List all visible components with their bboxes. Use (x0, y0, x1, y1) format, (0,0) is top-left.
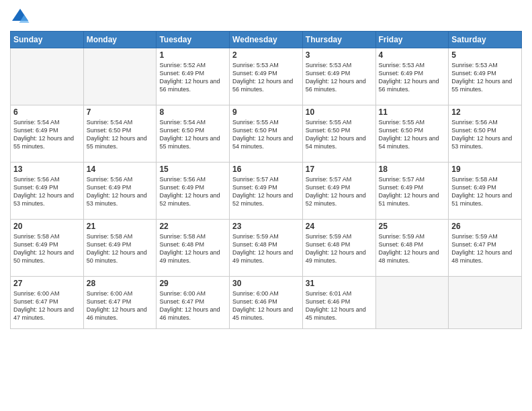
day-number: 25 (379, 222, 446, 231)
calendar-cell: 18Sunrise: 5:57 AMSunset: 6:49 PMDayligh… (375, 163, 449, 220)
day-number: 23 (232, 222, 300, 231)
cell-info: Sunrise: 5:54 AMSunset: 6:50 PMDaylight:… (87, 118, 154, 151)
cell-info: Sunrise: 6:00 AMSunset: 6:47 PMDaylight:… (159, 289, 226, 322)
weekday-header-thursday: Thursday (302, 32, 375, 48)
cell-info: Sunrise: 5:55 AMSunset: 6:50 PMDaylight:… (232, 118, 300, 151)
weekday-header-saturday: Saturday (449, 32, 522, 48)
cell-info: Sunrise: 5:59 AMSunset: 6:47 PMDaylight:… (451, 232, 519, 265)
day-number: 31 (306, 279, 373, 288)
calendar-cell: 23Sunrise: 5:59 AMSunset: 6:48 PMDayligh… (230, 220, 303, 277)
week-row-2: 6Sunrise: 5:54 AMSunset: 6:49 PMDaylight… (11, 105, 522, 163)
calendar-cell: 11Sunrise: 5:55 AMSunset: 6:50 PMDayligh… (375, 105, 449, 163)
day-number: 15 (159, 165, 226, 174)
cell-info: Sunrise: 5:54 AMSunset: 6:50 PMDaylight:… (159, 118, 226, 151)
calendar-cell (11, 48, 84, 105)
calendar-cell: 2Sunrise: 5:53 AMSunset: 6:49 PMDaylight… (230, 48, 303, 105)
calendar-cell: 16Sunrise: 5:57 AMSunset: 6:49 PMDayligh… (230, 163, 303, 220)
calendar-cell: 3Sunrise: 5:53 AMSunset: 6:49 PMDaylight… (302, 48, 375, 105)
cell-info: Sunrise: 6:00 AMSunset: 6:46 PMDaylight:… (232, 289, 300, 322)
cell-info: Sunrise: 5:58 AMSunset: 6:49 PMDaylight:… (87, 232, 154, 265)
cell-info: Sunrise: 5:58 AMSunset: 6:49 PMDaylight:… (13, 232, 81, 265)
weekday-header-monday: Monday (83, 32, 157, 48)
calendar-cell: 14Sunrise: 5:56 AMSunset: 6:49 PMDayligh… (83, 163, 157, 220)
calendar-cell: 19Sunrise: 5:58 AMSunset: 6:49 PMDayligh… (449, 163, 522, 220)
calendar-cell: 24Sunrise: 5:59 AMSunset: 6:48 PMDayligh… (302, 220, 375, 277)
cell-info: Sunrise: 5:59 AMSunset: 6:48 PMDaylight:… (232, 232, 300, 265)
cell-info: Sunrise: 6:01 AMSunset: 6:46 PMDaylight:… (306, 289, 373, 322)
calendar-cell: 29Sunrise: 6:00 AMSunset: 6:47 PMDayligh… (157, 277, 230, 329)
calendar-cell (449, 277, 522, 329)
weekday-header-friday: Friday (375, 32, 449, 48)
weekday-header-sunday: Sunday (11, 32, 84, 48)
calendar-cell: 30Sunrise: 6:00 AMSunset: 6:46 PMDayligh… (230, 277, 303, 329)
calendar-cell: 17Sunrise: 5:57 AMSunset: 6:49 PMDayligh… (302, 163, 375, 220)
day-number: 5 (451, 50, 519, 60)
calendar-cell: 28Sunrise: 6:00 AMSunset: 6:47 PMDayligh… (83, 277, 157, 329)
cell-info: Sunrise: 5:57 AMSunset: 6:49 PMDaylight:… (379, 175, 446, 208)
day-number: 24 (306, 222, 373, 231)
day-number: 11 (379, 107, 446, 117)
cell-info: Sunrise: 5:53 AMSunset: 6:49 PMDaylight:… (451, 61, 519, 94)
calendar-cell (375, 277, 449, 329)
day-number: 22 (159, 222, 226, 231)
week-row-1: 1Sunrise: 5:52 AMSunset: 6:49 PMDaylight… (11, 48, 522, 105)
day-number: 8 (159, 107, 226, 117)
weekday-header-wednesday: Wednesday (230, 32, 303, 48)
day-number: 13 (13, 165, 81, 174)
calendar-cell: 25Sunrise: 5:59 AMSunset: 6:48 PMDayligh… (375, 220, 449, 277)
day-number: 9 (232, 107, 300, 117)
calendar-cell: 7Sunrise: 5:54 AMSunset: 6:50 PMDaylight… (83, 105, 157, 163)
day-number: 16 (232, 165, 300, 174)
cell-info: Sunrise: 6:00 AMSunset: 6:47 PMDaylight:… (87, 289, 154, 322)
calendar-cell: 9Sunrise: 5:55 AMSunset: 6:50 PMDaylight… (230, 105, 303, 163)
day-number: 19 (451, 165, 519, 174)
calendar-cell: 12Sunrise: 5:56 AMSunset: 6:50 PMDayligh… (449, 105, 522, 163)
cell-info: Sunrise: 6:00 AMSunset: 6:47 PMDaylight:… (13, 289, 81, 322)
day-number: 18 (379, 165, 446, 174)
calendar-cell: 4Sunrise: 5:53 AMSunset: 6:49 PMDaylight… (375, 48, 449, 105)
cell-info: Sunrise: 5:58 AMSunset: 6:48 PMDaylight:… (159, 232, 226, 265)
calendar-cell: 6Sunrise: 5:54 AMSunset: 6:49 PMDaylight… (11, 105, 84, 163)
cell-info: Sunrise: 5:56 AMSunset: 6:49 PMDaylight:… (159, 175, 226, 208)
cell-info: Sunrise: 5:55 AMSunset: 6:50 PMDaylight:… (379, 118, 446, 151)
day-number: 12 (451, 107, 519, 117)
week-row-5: 27Sunrise: 6:00 AMSunset: 6:47 PMDayligh… (11, 277, 522, 329)
calendar-cell: 15Sunrise: 5:56 AMSunset: 6:49 PMDayligh… (157, 163, 230, 220)
cell-info: Sunrise: 5:56 AMSunset: 6:49 PMDaylight:… (13, 175, 81, 208)
day-number: 29 (159, 279, 226, 288)
day-number: 10 (306, 107, 373, 117)
calendar-cell (83, 48, 157, 105)
day-number: 17 (306, 165, 373, 174)
calendar-cell: 13Sunrise: 5:56 AMSunset: 6:49 PMDayligh… (11, 163, 84, 220)
calendar-cell: 20Sunrise: 5:58 AMSunset: 6:49 PMDayligh… (11, 220, 84, 277)
day-number: 1 (159, 50, 226, 60)
calendar-cell: 1Sunrise: 5:52 AMSunset: 6:49 PMDaylight… (157, 48, 230, 105)
calendar-cell: 31Sunrise: 6:01 AMSunset: 6:46 PMDayligh… (302, 277, 375, 329)
day-number: 7 (87, 107, 154, 117)
logo-icon (10, 7, 30, 27)
cell-info: Sunrise: 5:59 AMSunset: 6:48 PMDaylight:… (379, 232, 446, 265)
day-number: 20 (13, 222, 81, 231)
cell-info: Sunrise: 5:53 AMSunset: 6:49 PMDaylight:… (306, 61, 373, 94)
cell-info: Sunrise: 5:53 AMSunset: 6:49 PMDaylight:… (379, 61, 446, 94)
cell-info: Sunrise: 5:56 AMSunset: 6:49 PMDaylight:… (87, 175, 154, 208)
calendar-cell: 5Sunrise: 5:53 AMSunset: 6:49 PMDaylight… (449, 48, 522, 105)
day-number: 21 (87, 222, 154, 231)
logo (10, 7, 33, 27)
day-number: 14 (87, 165, 154, 174)
calendar-cell: 22Sunrise: 5:58 AMSunset: 6:48 PMDayligh… (157, 220, 230, 277)
day-number: 6 (13, 107, 81, 117)
cell-info: Sunrise: 5:57 AMSunset: 6:49 PMDaylight:… (306, 175, 373, 208)
day-number: 2 (232, 50, 300, 60)
cell-info: Sunrise: 5:57 AMSunset: 6:49 PMDaylight:… (232, 175, 300, 208)
day-number: 4 (379, 50, 446, 60)
cell-info: Sunrise: 5:54 AMSunset: 6:49 PMDaylight:… (13, 118, 81, 151)
day-number: 28 (87, 279, 154, 288)
week-row-3: 13Sunrise: 5:56 AMSunset: 6:49 PMDayligh… (11, 163, 522, 220)
weekday-header-row: SundayMondayTuesdayWednesdayThursdayFrid… (11, 32, 522, 48)
calendar-cell: 26Sunrise: 5:59 AMSunset: 6:47 PMDayligh… (449, 220, 522, 277)
weekday-header-tuesday: Tuesday (157, 32, 230, 48)
cell-info: Sunrise: 5:56 AMSunset: 6:50 PMDaylight:… (451, 118, 519, 151)
cell-info: Sunrise: 5:59 AMSunset: 6:48 PMDaylight:… (306, 232, 373, 265)
calendar-cell: 8Sunrise: 5:54 AMSunset: 6:50 PMDaylight… (157, 105, 230, 163)
